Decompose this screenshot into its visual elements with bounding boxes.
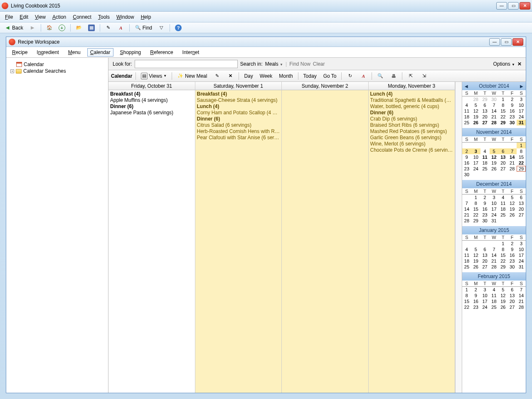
preview-button[interactable]: 🔍: [375, 72, 385, 80]
day-cell[interactable]: 22: [517, 160, 526, 166]
day-cell[interactable]: 24: [480, 304, 490, 310]
day-cell[interactable]: 29: [471, 218, 480, 224]
day-cell[interactable]: 12: [498, 293, 507, 298]
day-cell[interactable]: 24: [490, 212, 499, 218]
next-month-button[interactable]: ▶: [518, 83, 525, 89]
day-cell[interactable]: 29: [498, 120, 507, 126]
scrollbar-track[interactable]: [455, 82, 462, 393]
find-now-link[interactable]: Find Now: [289, 61, 310, 67]
month-view-button[interactable]: Month: [277, 73, 294, 79]
day-cell[interactable]: 14: [490, 108, 499, 114]
day-cell[interactable]: 9: [507, 246, 517, 252]
day-cell[interactable]: 13: [507, 293, 517, 298]
day-cell[interactable]: 27: [480, 264, 490, 270]
day-cell[interactable]: 12: [471, 252, 480, 258]
day-cell[interactable]: 24: [517, 258, 526, 264]
meal-header[interactable]: Dinner (6): [197, 116, 280, 122]
close-search-icon[interactable]: ✕: [517, 61, 522, 67]
menu-connect[interactable]: Connect: [73, 14, 91, 20]
day-cell[interactable]: 7: [490, 102, 499, 108]
day-cell[interactable]: 2: [471, 287, 480, 293]
meal-item[interactable]: Herb-Roasted Cornish Hens with Roo...: [197, 128, 280, 135]
day-cell[interactable]: 23: [507, 258, 517, 264]
day-cell[interactable]: 26: [507, 212, 517, 218]
new-meal-button[interactable]: ✨New Meal: [175, 72, 209, 80]
day-cell[interactable]: 12: [507, 200, 517, 206]
day-cell[interactable]: 24: [471, 166, 480, 172]
day-cell[interactable]: 1: [517, 143, 526, 148]
tab-ingredient[interactable]: Ingredient: [34, 49, 61, 56]
tab-calendar[interactable]: Calendar: [87, 48, 113, 57]
day-cell[interactable]: 12: [490, 154, 499, 160]
day-cell[interactable]: 25: [462, 120, 471, 126]
day-cell[interactable]: 25: [462, 264, 471, 270]
tab-internet[interactable]: Internet: [180, 49, 202, 56]
day-cell[interactable]: 22: [471, 212, 480, 218]
forward-button[interactable]: ▶: [27, 24, 37, 32]
day-cell[interactable]: 17: [471, 160, 480, 166]
day-cell[interactable]: 31: [517, 120, 526, 126]
menu-file[interactable]: File: [5, 14, 13, 20]
day-cell[interactable]: 9: [462, 154, 471, 160]
day-cell[interactable]: 10: [471, 154, 480, 160]
day-cell[interactable]: 22: [498, 114, 507, 120]
close-button[interactable]: ✕: [520, 2, 530, 10]
day-cell[interactable]: 10: [517, 246, 526, 252]
day-cell[interactable]: 30: [490, 96, 499, 102]
day-cell[interactable]: 2: [462, 148, 471, 154]
day-cell[interactable]: 10: [490, 200, 499, 206]
day-cell[interactable]: 9: [471, 293, 480, 298]
day-cell[interactable]: 16: [480, 206, 490, 212]
day-cell[interactable]: 18: [490, 298, 499, 304]
day-cell[interactable]: 3: [480, 287, 490, 293]
day-cell[interactable]: 4: [490, 287, 499, 293]
day-cell[interactable]: 26: [490, 166, 499, 172]
back-button[interactable]: ◀Back: [2, 24, 25, 32]
day-cell[interactable]: 14: [462, 206, 471, 212]
day-cell[interactable]: 27: [517, 212, 526, 218]
meal-item[interactable]: Mashed Red Potatoes (6 servings): [370, 128, 453, 135]
meal-header[interactable]: Lunch (4): [197, 103, 280, 110]
day-cell[interactable]: 8: [498, 246, 507, 252]
options-dropdown[interactable]: Options ▼: [493, 61, 515, 67]
day-cell[interactable]: 6: [480, 102, 490, 108]
day-cell[interactable]: 16: [462, 160, 471, 166]
new-button[interactable]: +: [57, 24, 67, 32]
day-cell[interactable]: 21: [490, 114, 499, 120]
day-cell[interactable]: 20: [498, 160, 507, 166]
day-column[interactable]: Saturday, November 1Breakfast (4)Sausage…: [195, 82, 282, 393]
day-cell[interactable]: 14: [490, 252, 499, 258]
meal-item[interactable]: Water, bottled, generic (4 cups): [370, 103, 453, 110]
menu-tools[interactable]: Tools: [98, 14, 110, 20]
meal-item[interactable]: Wine, Merlot (6 servings): [370, 141, 453, 147]
ws-maximize-button[interactable]: ▭: [501, 38, 512, 46]
day-cell[interactable]: 11: [462, 252, 471, 258]
day-cell[interactable]: 29: [498, 264, 507, 270]
day-cell[interactable]: 7: [507, 148, 517, 154]
day-cell[interactable]: 7: [462, 200, 471, 206]
tab-shopping[interactable]: Shopping: [118, 49, 144, 56]
meal-header[interactable]: Breakfast (4): [110, 91, 193, 97]
tree-node-calendar[interactable]: Calendar: [8, 61, 106, 68]
tab-menu[interactable]: Menu: [66, 49, 83, 56]
day-cell[interactable]: 8: [462, 293, 471, 298]
day-cell[interactable]: 21: [507, 160, 517, 166]
expand-icon[interactable]: +: [10, 69, 14, 73]
day-cell[interactable]: 7: [490, 246, 499, 252]
meal-header[interactable]: Lunch (4): [370, 91, 453, 97]
day-cell[interactable]: 27: [498, 166, 507, 172]
menu-help[interactable]: Help: [141, 14, 151, 20]
day-cell[interactable]: 5: [507, 195, 517, 200]
day-cell[interactable]: 2: [507, 241, 517, 246]
day-cell[interactable]: 22: [462, 304, 471, 310]
day-cell[interactable]: 8: [471, 200, 480, 206]
day-cell[interactable]: 13: [480, 252, 490, 258]
day-cell[interactable]: 31: [517, 264, 526, 270]
day-cell[interactable]: 29: [480, 96, 490, 102]
day-cell[interactable]: 25: [480, 166, 490, 172]
day-cell[interactable]: 28: [507, 166, 517, 172]
meal-item[interactable]: Corny Ham and Potato Scallop (4 ser...: [197, 110, 280, 116]
day-cell[interactable]: 25: [498, 212, 507, 218]
meal-item[interactable]: Garlic Green Beans (6 servings): [370, 135, 453, 141]
day-view-button[interactable]: Day: [242, 73, 254, 79]
